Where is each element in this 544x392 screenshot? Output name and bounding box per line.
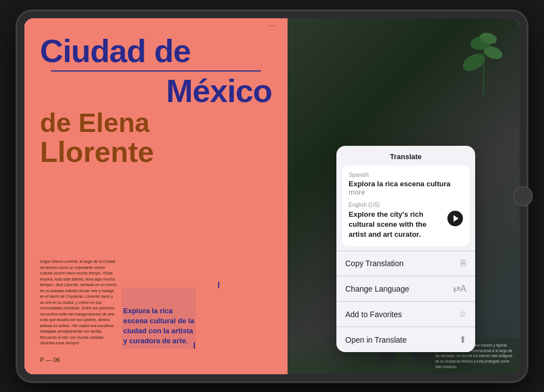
copy-translation-action[interactable]: Copy Translation ⎘ [336, 251, 475, 276]
ipad-frame: Ciudad de México de Elena Llorente Según… [17, 11, 527, 382]
magazine-spread: Ciudad de México de Elena Llorente Según… [24, 18, 520, 374]
page-dot-2 [273, 25, 275, 27]
translation-content: Spanish Explora la rica escena cultura m… [342, 165, 470, 247]
play-icon [454, 215, 459, 222]
star-icon: ☆ [459, 309, 466, 319]
source-language-label: Spanish [349, 172, 463, 178]
copy-translation-label: Copy Translation [345, 259, 404, 268]
source-text: Explora la rica escena cultura more [349, 180, 463, 196]
add-to-favorites-action[interactable]: Add to Favorites ☆ [336, 302, 475, 327]
ipad-screen: Ciudad de México de Elena Llorente Según… [24, 18, 520, 374]
external-link-icon: ⬆ [459, 334, 466, 345]
add-favorites-label: Add to Favorites [345, 310, 402, 319]
target-text: Explore the city's rich cultural scene w… [349, 210, 443, 240]
language-icon: ⇄A [453, 283, 466, 294]
copy-icon: ⎘ [461, 258, 466, 268]
body-text-left: Según Elena Llorente, el auge de la Ciud… [40, 259, 118, 347]
popup-title: Translate [336, 146, 475, 165]
target-text-row: Explore the city's rich cultural scene w… [349, 210, 463, 240]
play-button[interactable] [447, 211, 463, 226]
title-ciudad-de: Ciudad de [40, 35, 272, 67]
translate-popup: Translate Spanish Explora la rica escena… [336, 146, 475, 353]
title-llorente: Llorente [40, 137, 272, 167]
target-language-label: English (US) [349, 202, 463, 208]
page-dots [270, 25, 275, 27]
change-language-action[interactable]: Change Language ⇄A [336, 276, 475, 301]
home-button[interactable] [513, 186, 533, 206]
highlighted-text: Explora la rica escena cultural de la ci… [123, 306, 195, 347]
page-dot-1 [270, 25, 271, 27]
selection-cursor-bottom [194, 342, 195, 349]
source-text-more[interactable]: more [349, 188, 365, 196]
change-language-label: Change Language [345, 284, 409, 293]
left-page: Ciudad de México de Elena Llorente Según… [24, 18, 288, 374]
selection-cursor-top [218, 282, 219, 288]
plant-decoration [459, 24, 508, 96]
open-in-translate-action[interactable]: Open in Translate ⬆ [336, 327, 475, 352]
title-mexico: México [40, 75, 272, 107]
open-translate-label: Open in Translate [345, 335, 407, 344]
title-de-elena: de Elena [40, 109, 272, 137]
title-divider [51, 70, 261, 72]
page-number: P — 06 [40, 357, 61, 363]
